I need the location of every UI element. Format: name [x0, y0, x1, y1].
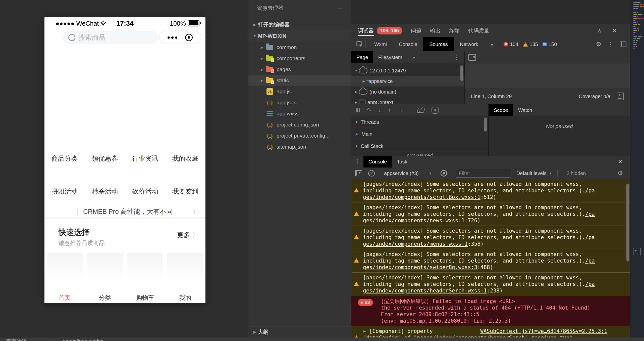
- tree-item-static[interactable]: ▶≡static: [248, 75, 351, 86]
- console-source-link[interactable]: /pa: [585, 188, 595, 194]
- console-source-link[interactable]: ges/index/components/scrollBox.wxss:1: [363, 194, 480, 200]
- sources-tree-appContext[interactable]: ▶appContext: [351, 97, 464, 104]
- tree-item-app.wxss[interactable]: ▶app.wxss: [248, 108, 351, 119]
- section-project[interactable]: ▼ MP-WEIXIN: [248, 30, 351, 42]
- notice-bar[interactable]: CRMEB Pro 高性能，大有不同 〉: [44, 206, 205, 217]
- kebab-menu-icon[interactable]: ⋮: [454, 54, 459, 60]
- devtools-tab-Wxml[interactable]: Wxml: [368, 37, 393, 51]
- tree-item-app.js[interactable]: ▶JSapp.js: [248, 86, 351, 97]
- hide-navigator-icon[interactable]: [468, 54, 476, 61]
- nav-tab-Page[interactable]: Page: [351, 51, 373, 63]
- threads-section[interactable]: ▼ Threads: [351, 116, 488, 128]
- gear-icon[interactable]: ⚙: [596, 41, 601, 48]
- kebab-menu-icon[interactable]: ⋮: [354, 158, 360, 165]
- open-panel-icon[interactable]: [633, 248, 641, 255]
- scrollbar-thumb[interactable]: [460, 65, 463, 81]
- console-source-link[interactable]: ges/index/components/headerSerch.wxss:1: [363, 288, 487, 294]
- thread-main-row[interactable]: ➤ Main: [351, 128, 488, 140]
- clear-console-icon[interactable]: [368, 170, 375, 177]
- dock-side-icon[interactable]: [620, 41, 626, 47]
- section-outline[interactable]: ▶ 大纲: [248, 326, 351, 337]
- phone-tab-购物车[interactable]: 购物车: [125, 294, 165, 302]
- console-source-link[interactable]: /pa: [585, 211, 595, 217]
- more-tabs-icon[interactable]: »: [407, 51, 420, 63]
- capsule-menu[interactable]: [159, 31, 201, 44]
- collapse-icon[interactable]: ∧: [598, 28, 601, 34]
- pause-on-exceptions-icon[interactable]: [432, 107, 439, 114]
- menu-grid-item[interactable]: 商品分类: [44, 154, 85, 164]
- more-dots-icon[interactable]: [168, 36, 177, 39]
- step-into-icon[interactable]: ↓: [379, 107, 381, 113]
- error-counter[interactable]: ✕ 104: [504, 41, 518, 47]
- nav-tab-Filesystem[interactable]: Filesystem: [373, 51, 407, 63]
- console-source-link[interactable]: ges/index/components/news.wxss:1: [363, 218, 465, 224]
- product-placeholder[interactable]: [47, 253, 83, 286]
- close-icon[interactable]: ✕: [618, 159, 622, 165]
- panel-tab-问题[interactable]: 问题: [411, 24, 421, 37]
- tree-item-project.private.config...[interactable]: ▶{..}project.private.config...: [248, 130, 351, 141]
- menu-grid-item[interactable]: 砍价活动: [125, 187, 165, 197]
- tree-item-app.json[interactable]: ▶{..}app.json: [248, 97, 351, 108]
- kebab-menu-icon[interactable]: ⋮: [608, 41, 613, 48]
- more-link[interactable]: 更多 〉: [177, 231, 198, 239]
- inspect-icon[interactable]: [356, 41, 363, 48]
- tree-item-pages[interactable]: ▶<>pages: [248, 64, 351, 75]
- phone-tab-我的[interactable]: 我的: [165, 294, 205, 302]
- message-counter[interactable]: 150: [543, 41, 557, 47]
- devtools-tab-Console[interactable]: Console: [393, 37, 423, 51]
- more-menu-icon[interactable]: ⋯: [336, 5, 342, 11]
- callstack-section[interactable]: ▼ Call Stack: [351, 140, 488, 152]
- console-source-link[interactable]: WASubContext.js?t=we…63147865&v=2.25.3:1: [480, 328, 607, 334]
- menu-grid-item[interactable]: 我的收藏: [165, 154, 205, 164]
- section-open-editors[interactable]: ▶ 打开的编辑器: [248, 19, 351, 30]
- step-icon[interactable]: →: [398, 107, 403, 113]
- tree-item-sitemap.json[interactable]: ▶{..}sitemap.json: [248, 141, 351, 152]
- gear-icon[interactable]: ⚙: [617, 170, 623, 177]
- warning-counter[interactable]: 135: [523, 41, 538, 47]
- panel-tab-调试器[interactable]: 调试器104, 135: [358, 24, 402, 37]
- panel-tab-代码质量[interactable]: 代码质量: [468, 24, 489, 37]
- deactivate-breakpoints-icon[interactable]: [416, 108, 425, 113]
- console-source-link[interactable]: ges/index/components/menus.wxss:1: [363, 241, 468, 247]
- sources-tree-appservice[interactable]: ▶appservice: [351, 76, 464, 87]
- panel-tab-输出[interactable]: 输出: [430, 24, 441, 37]
- chevron-right-icon[interactable]: 〉: [193, 207, 199, 216]
- tree-item-components[interactable]: ▶▪components: [248, 53, 351, 64]
- tree-item-project.config.json[interactable]: ▶{..}project.config.json: [248, 119, 351, 130]
- product-placeholder[interactable]: [127, 253, 163, 286]
- step-over-icon[interactable]: ↷: [367, 107, 371, 113]
- console-source-link[interactable]: /pa: [585, 281, 595, 287]
- expand-icon[interactable]: ▶: [363, 328, 366, 334]
- menu-grid-item[interactable]: 拼团活动: [44, 187, 85, 197]
- scrollbar-thumb[interactable]: [484, 117, 487, 132]
- live-expression-icon[interactable]: [441, 170, 447, 177]
- side-tab-Scope[interactable]: Scope: [489, 104, 513, 116]
- search-input[interactable]: 搜索商品: [63, 31, 158, 44]
- sources-tree-127.0.0.1:12479[interactable]: ▼127.0.0.1:12479: [351, 65, 464, 76]
- devtools-tab-Sources[interactable]: Sources: [423, 37, 454, 51]
- console-source-link[interactable]: ges/index/components/swiperBg.wxss:3: [363, 264, 477, 270]
- phone-tab-分类[interactable]: 分类: [85, 294, 125, 302]
- panel-tab-终端[interactable]: 终端: [449, 24, 460, 37]
- scrollbar-thumb[interactable]: [626, 184, 629, 262]
- close-icon[interactable]: ✕: [612, 28, 617, 34]
- filter-input[interactable]: [456, 169, 511, 178]
- product-placeholder[interactable]: [87, 253, 123, 286]
- console-tab-Task[interactable]: Task: [392, 156, 412, 167]
- console-source-link[interactable]: /pa: [585, 258, 595, 264]
- page-path-value[interactable]: pages/index/index: [63, 338, 103, 341]
- tree-item-common[interactable]: ▶common: [248, 42, 351, 53]
- step-out-icon[interactable]: ↑: [388, 107, 391, 113]
- menu-grid-item[interactable]: 领优惠券: [85, 154, 125, 164]
- log-levels-select[interactable]: Default levels ▼: [516, 170, 552, 176]
- more-tabs-icon[interactable]: »: [484, 37, 499, 51]
- close-target-icon[interactable]: [185, 34, 193, 41]
- pause-icon[interactable]: [356, 108, 360, 112]
- menu-grid-item[interactable]: 我要签到: [165, 187, 205, 197]
- side-tab-Watch[interactable]: Watch: [513, 104, 537, 116]
- error-repeat-badge[interactable]: ▶23: [358, 299, 373, 306]
- console-tab-Console[interactable]: Console: [363, 156, 392, 167]
- coverage-icon[interactable]: [617, 93, 624, 100]
- menu-grid-item[interactable]: 秒杀活动: [85, 187, 125, 197]
- sources-tree-(no domain)[interactable]: ▶(no domain): [351, 87, 464, 97]
